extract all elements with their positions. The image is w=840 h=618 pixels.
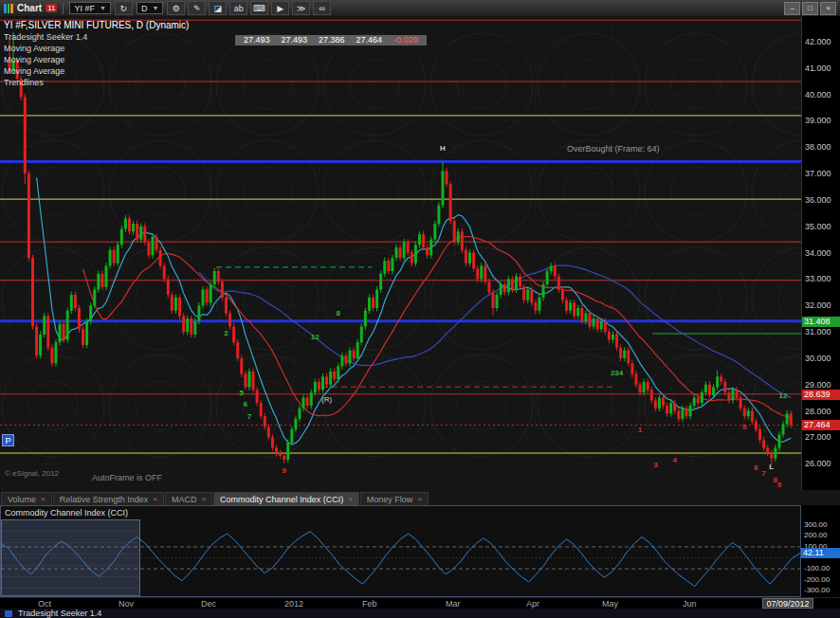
minimize-button[interactable]: – bbox=[784, 2, 800, 15]
price-axis-label: 35.000 bbox=[805, 222, 831, 231]
close-value: 27.464 bbox=[356, 35, 383, 45]
toolbar-icon-group-1: ↻ bbox=[115, 1, 133, 15]
price-axis-label: 29.000 bbox=[805, 380, 831, 390]
tab-close-icon[interactable]: × bbox=[201, 495, 206, 503]
svg-text:12: 12 bbox=[311, 333, 320, 341]
tab-volume[interactable]: Volume× bbox=[1, 492, 52, 505]
svg-text:2: 2 bbox=[224, 329, 228, 337]
interval-dropdown[interactable]: D ▼ bbox=[137, 2, 163, 14]
svg-text:12: 12 bbox=[779, 391, 788, 400]
play-icon[interactable]: ▶ bbox=[271, 1, 289, 15]
svg-text:6: 6 bbox=[754, 464, 758, 472]
cci-axis-label: 200.00 bbox=[804, 531, 827, 539]
cci-axis-label: 300.00 bbox=[804, 520, 827, 529]
ohlc-readout: 27.493 27.493 27.386 27.464 -0.029 bbox=[235, 35, 427, 45]
price-axis-label: 30.000 bbox=[805, 354, 831, 363]
price-axis-label: 27.000 bbox=[805, 432, 831, 442]
cci-axis-label: -100.00 bbox=[804, 564, 830, 573]
svg-text:7: 7 bbox=[247, 412, 252, 421]
window-type-label: Chart bbox=[17, 3, 42, 13]
tab-macd[interactable]: MACD× bbox=[165, 492, 212, 505]
cci-axis[interactable]: 300.00200.00100.00-100.00-200.00-300.004… bbox=[801, 505, 840, 597]
link-icon[interactable]: ∞ bbox=[313, 1, 331, 15]
study-label-ma3: Moving Average bbox=[4, 65, 189, 77]
close-button[interactable]: × bbox=[820, 2, 836, 15]
svg-text:5: 5 bbox=[742, 423, 747, 431]
tab-label: Money Flow bbox=[367, 495, 413, 504]
tab-commodity-channel-index-cci-[interactable]: Commodity Channel Index (CCI)× bbox=[213, 492, 359, 505]
overbought-label: OverBought (Frame: 64) bbox=[567, 144, 660, 154]
tab-close-icon[interactable]: × bbox=[417, 495, 422, 503]
chart-icon bbox=[4, 4, 13, 13]
price-axis-label: 40.000 bbox=[805, 90, 831, 100]
copyright-label: © eSignal, 2012 bbox=[5, 469, 59, 478]
tab-label: MACD bbox=[172, 495, 197, 504]
settings-icon[interactable]: ⚙ bbox=[167, 1, 185, 15]
status-text: Tradesight Seeker 1.4 bbox=[18, 609, 101, 618]
study-legend-overlay[interactable] bbox=[1, 519, 140, 596]
tab-label: Relative Strength Index bbox=[60, 495, 149, 504]
month-label: Dec bbox=[201, 599, 216, 609]
price-axis[interactable]: 42.00041.00040.00039.00038.00037.00036.0… bbox=[801, 16, 840, 490]
eraser-icon[interactable]: ◪ bbox=[209, 1, 227, 15]
maximize-button[interactable]: □ bbox=[802, 2, 818, 15]
svg-text:1: 1 bbox=[638, 426, 643, 434]
symbol-dropdown[interactable]: YI #F ▼ bbox=[69, 2, 110, 14]
month-label: Mar bbox=[446, 599, 461, 609]
symbol-title: YI #F,SILVER MINI FUTURES, D (Dynamic) bbox=[4, 20, 189, 31]
svg-text:9: 9 bbox=[282, 466, 286, 475]
study-label-ma2: Moving Average bbox=[4, 54, 189, 65]
chart-legend: YI #F,SILVER MINI FUTURES, D (Dynamic) T… bbox=[4, 20, 189, 88]
fast-forward-icon[interactable]: ≫ bbox=[292, 1, 310, 15]
price-axis-label: 33.000 bbox=[805, 274, 831, 283]
high-value: 27.493 bbox=[282, 35, 308, 45]
keyboard-icon[interactable]: ⌨ bbox=[250, 1, 268, 15]
svg-text:234: 234 bbox=[611, 369, 624, 377]
price-axis-label: 36.000 bbox=[805, 195, 831, 205]
text-tool-icon[interactable]: ab bbox=[229, 1, 247, 15]
month-label: Jun bbox=[683, 599, 697, 609]
tab-close-icon[interactable]: × bbox=[41, 495, 46, 503]
month-label: Feb bbox=[362, 599, 377, 609]
price-axis-label: 28.000 bbox=[805, 407, 831, 416]
month-label: 2012 bbox=[284, 599, 303, 609]
cci-axis-label: -300.00 bbox=[804, 586, 830, 594]
window-controls: –□× bbox=[784, 2, 836, 15]
svg-text:9: 9 bbox=[777, 481, 782, 489]
tab-close-icon[interactable]: × bbox=[348, 495, 353, 503]
toolbar: Chart 11 YI #F ▼ ↻ D ▼ ⚙✎◪ab⌨▶≫∞ –□× bbox=[0, 0, 840, 16]
tab-close-icon[interactable]: × bbox=[153, 495, 157, 503]
svg-text:(R): (R) bbox=[321, 395, 332, 404]
price-axis-label: 32.000 bbox=[805, 300, 831, 310]
svg-text:H: H bbox=[440, 144, 446, 153]
month-label: May bbox=[602, 599, 618, 609]
chevron-down-icon: ▼ bbox=[100, 5, 106, 11]
study-label-ma1: Moving Average bbox=[4, 43, 189, 54]
time-axis[interactable]: 07/09/2012 OctNovDec2012FebMarAprMayJun bbox=[0, 597, 840, 609]
svg-text:3: 3 bbox=[653, 461, 658, 469]
study-icon bbox=[5, 610, 12, 617]
tab-money-flow[interactable]: Money Flow× bbox=[360, 492, 429, 505]
refresh-icon[interactable]: ↻ bbox=[115, 1, 133, 15]
cci-axis-label: -200.00 bbox=[804, 575, 830, 584]
chevron-down-icon: ▼ bbox=[152, 5, 158, 11]
price-axis-label: 34.000 bbox=[805, 248, 831, 258]
pivot-badge[interactable]: P bbox=[2, 434, 14, 446]
price-axis-label: 38.000 bbox=[805, 142, 831, 152]
change-value: -0.029 bbox=[393, 35, 418, 45]
svg-text:6: 6 bbox=[244, 400, 248, 409]
price-axis-label: 41.000 bbox=[805, 64, 831, 73]
tab-relative-strength-index[interactable]: Relative Strength Index× bbox=[53, 492, 164, 505]
price-axis-label: 39.000 bbox=[805, 116, 831, 125]
price-badge: 31.408 bbox=[802, 317, 840, 327]
toolbar-icon-group-2: ⚙✎◪ab⌨▶≫∞ bbox=[167, 1, 331, 15]
pencil-icon[interactable]: ✎ bbox=[188, 1, 206, 15]
chart-window: Chart 11 YI #F ▼ ↻ D ▼ ⚙✎◪ab⌨▶≫∞ –□× HL(… bbox=[0, 0, 840, 618]
svg-text:4: 4 bbox=[673, 456, 678, 464]
svg-text:8: 8 bbox=[337, 309, 341, 318]
svg-text:L: L bbox=[769, 463, 774, 471]
month-label: Apr bbox=[526, 599, 539, 609]
study-label-trendlines: Trendlines bbox=[4, 77, 189, 88]
svg-text:7: 7 bbox=[761, 469, 766, 478]
toolbar-separator bbox=[63, 3, 64, 14]
